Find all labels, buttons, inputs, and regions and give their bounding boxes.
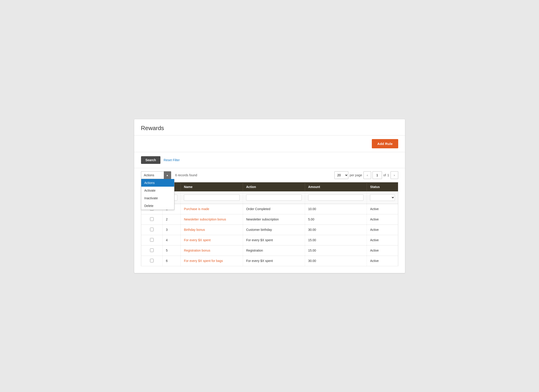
row-checkbox[interactable]	[150, 228, 154, 231]
row-checkbox-cell	[141, 256, 163, 266]
page-input[interactable]	[372, 171, 382, 179]
amount-filter-cell	[305, 191, 367, 204]
row-amount: 30.00	[305, 256, 367, 266]
actions-dropdown-label: Actions	[141, 173, 164, 177]
per-page-label: per page	[350, 173, 362, 177]
row-amount: 30.00	[305, 225, 367, 235]
row-id: 3	[163, 225, 181, 235]
row-amount: 10.00	[305, 204, 367, 214]
row-action: For every $X spent	[243, 256, 305, 266]
toolbar: Add Rule	[134, 136, 405, 152]
page-title: Rewards	[141, 125, 398, 132]
table-row: 6 For every $X spent for bags For every …	[141, 256, 398, 266]
row-amount: 15.00	[305, 235, 367, 245]
name-filter-cell	[181, 191, 243, 204]
row-status: Active	[367, 204, 398, 214]
col-name: Name	[181, 182, 243, 191]
actions-menu-item-activate[interactable]: Activate	[141, 187, 174, 194]
row-action: Customer birthday	[243, 225, 305, 235]
pagination-controls: 20 50 100 200 per page ‹ of 1 ›	[334, 171, 398, 179]
status-filter-cell: Active Inactive	[367, 191, 398, 204]
row-action: Order Completed	[243, 204, 305, 214]
table-row: 2 Newsletter subscription bonus Newslett…	[141, 214, 398, 225]
next-page-button[interactable]: ›	[390, 171, 398, 179]
row-amount: 15.00	[305, 245, 367, 256]
row-status: Active	[367, 256, 398, 266]
actions-menu-item-delete[interactable]: Delete	[141, 202, 174, 210]
row-status: Active	[367, 214, 398, 225]
reset-filter-link[interactable]: Reset Filter	[164, 158, 180, 162]
actions-menu-item-inactivate[interactable]: Inactivate	[141, 194, 174, 202]
table-row: 1 Purchase is made Order Completed 10.00…	[141, 204, 398, 214]
row-name: For every $X spent for bags	[181, 256, 243, 266]
data-table: ID Name Action Amount Status Any ▼	[141, 182, 398, 266]
grid-controls: Actions ▲ Actions Activate Inactivate De…	[141, 168, 398, 182]
row-name: Birthday bonus	[181, 225, 243, 235]
row-status: Active	[367, 225, 398, 235]
actions-dropdown[interactable]: Actions ▲	[141, 171, 171, 179]
row-id: 6	[163, 256, 181, 266]
row-status: Active	[367, 245, 398, 256]
action-filter-cell	[243, 191, 305, 204]
actions-arrow-icon: ▲	[164, 171, 171, 179]
row-amount: 5.00	[305, 214, 367, 225]
of-label: of	[383, 173, 386, 177]
col-amount: Amount	[305, 182, 367, 191]
table-row: 4 For every $X spent For every $X spent …	[141, 235, 398, 245]
row-checkbox[interactable]	[150, 217, 154, 221]
main-container: Rewards Add Rule Search Reset Filter Act…	[134, 119, 405, 273]
row-checkbox[interactable]	[150, 248, 154, 252]
actions-wrapper: Actions ▲ Actions Activate Inactivate De…	[141, 171, 171, 179]
table-header-row: ID Name Action Amount Status	[141, 182, 398, 191]
page-header: Rewards	[134, 119, 405, 136]
row-checkbox-cell	[141, 225, 163, 235]
per-page-select[interactable]: 20 50 100 200	[334, 171, 348, 179]
filter-row: Any ▼ Active Inactive	[141, 191, 398, 204]
search-button[interactable]: Search	[141, 156, 161, 164]
prev-page-button[interactable]: ‹	[363, 171, 371, 179]
add-rule-button[interactable]: Add Rule	[372, 139, 398, 148]
actions-menu-item-actions[interactable]: Actions	[141, 179, 174, 187]
status-filter-select[interactable]: Active Inactive	[370, 194, 395, 201]
row-checkbox[interactable]	[150, 238, 154, 242]
row-id: 2	[163, 214, 181, 225]
row-checkbox-cell	[141, 245, 163, 256]
total-pages: 1	[387, 173, 389, 177]
filter-bar: Search Reset Filter	[134, 152, 405, 168]
row-status: Active	[367, 235, 398, 245]
row-name: For every $X spent	[181, 235, 243, 245]
row-name: Purchase is made	[181, 204, 243, 214]
grid-section: Actions ▲ Actions Activate Inactivate De…	[134, 168, 405, 273]
row-checkbox[interactable]	[150, 259, 154, 262]
records-found: 6 records found	[175, 173, 197, 177]
row-action: For every $X spent	[243, 235, 305, 245]
row-action: Newsletter subscription	[243, 214, 305, 225]
table-row: 3 Birthday bonus Customer birthday 30.00…	[141, 225, 398, 235]
row-id: 4	[163, 235, 181, 245]
name-filter-input[interactable]	[184, 194, 240, 201]
row-checkbox-cell	[141, 235, 163, 245]
row-action: Registration	[243, 245, 305, 256]
row-checkbox-cell	[141, 214, 163, 225]
row-name: Newsletter subscription bonus	[181, 214, 243, 225]
col-action: Action	[243, 182, 305, 191]
actions-menu: Actions Activate Inactivate Delete	[141, 179, 174, 210]
action-filter-input[interactable]	[246, 194, 302, 201]
row-id: 5	[163, 245, 181, 256]
row-name: Registration bonus	[181, 245, 243, 256]
table-row: 5 Registration bonus Registration 15.00 …	[141, 245, 398, 256]
amount-filter-input[interactable]	[308, 194, 364, 201]
col-status: Status	[367, 182, 398, 191]
